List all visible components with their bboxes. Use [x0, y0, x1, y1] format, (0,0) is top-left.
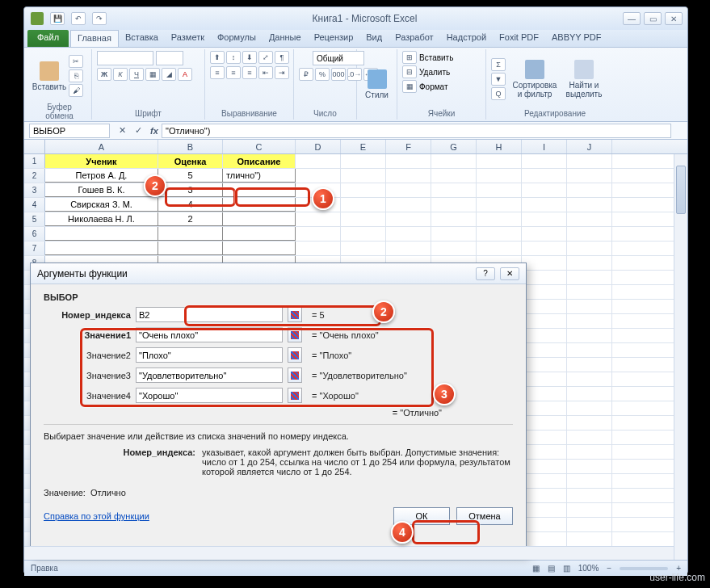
cell[interactable]: [567, 430, 612, 444]
cell[interactable]: [386, 242, 431, 255]
cell[interactable]: [522, 489, 567, 502]
autosum-icon[interactable]: Σ: [491, 58, 506, 71]
cell[interactable]: [522, 372, 567, 386]
indent-inc-icon[interactable]: ⇥: [275, 66, 289, 79]
tab-addins[interactable]: Надстрой: [440, 30, 493, 47]
orientation-icon[interactable]: ⤢: [258, 51, 273, 64]
cell[interactable]: [522, 154, 567, 168]
cell[interactable]: [296, 227, 341, 241]
cell[interactable]: [522, 198, 567, 212]
font-combo[interactable]: [97, 51, 153, 65]
zoom-slider[interactable]: [620, 567, 668, 570]
tab-formulas[interactable]: Формулы: [211, 30, 263, 47]
cell[interactable]: [522, 532, 567, 546]
cell[interactable]: [386, 183, 431, 197]
view-layout-icon[interactable]: ▤: [548, 564, 555, 573]
name-box[interactable]: ВЫБОР: [29, 124, 110, 138]
align-right-icon[interactable]: ≡: [242, 66, 257, 79]
cell[interactable]: [522, 314, 567, 328]
col-header-E[interactable]: E: [341, 140, 386, 153]
col-header-D[interactable]: D: [296, 140, 341, 153]
cell[interactable]: [567, 300, 612, 313]
qat-undo-icon[interactable]: ↶: [71, 12, 86, 25]
cell[interactable]: [567, 212, 612, 226]
cell[interactable]: [296, 212, 341, 226]
align-center-icon[interactable]: ≡: [226, 66, 241, 79]
cell[interactable]: [223, 227, 296, 241]
formula-cancel-icon[interactable]: ✕: [115, 124, 129, 138]
row-header[interactable]: 4: [24, 198, 45, 212]
tab-data[interactable]: Данные: [263, 30, 308, 47]
select-all[interactable]: [24, 140, 45, 153]
cell[interactable]: [431, 212, 477, 226]
cell[interactable]: [567, 329, 612, 342]
currency-icon[interactable]: ₽: [299, 68, 313, 81]
cell[interactable]: [567, 387, 612, 401]
cell[interactable]: [567, 460, 612, 473]
qat-redo-icon[interactable]: ↷: [92, 12, 107, 25]
styles-button[interactable]: Стили: [362, 60, 392, 110]
cell[interactable]: [386, 212, 431, 226]
cell[interactable]: [522, 401, 567, 415]
cell[interactable]: [341, 154, 386, 168]
size-combo[interactable]: [156, 51, 183, 65]
delete-cells-icon[interactable]: ⊟: [402, 65, 417, 78]
cell[interactable]: [45, 227, 158, 241]
cell[interactable]: [522, 387, 567, 401]
cell[interactable]: [296, 169, 341, 183]
cell[interactable]: [522, 358, 567, 372]
cell[interactable]: [567, 343, 612, 357]
cell[interactable]: [477, 242, 522, 255]
formula-input[interactable]: "Отлично"): [162, 124, 671, 138]
tab-home[interactable]: Главная: [70, 30, 119, 47]
row-header[interactable]: 5: [24, 212, 45, 226]
cell[interactable]: [522, 300, 567, 313]
bold-icon[interactable]: Ж: [97, 68, 111, 81]
cell[interactable]: [522, 285, 567, 299]
cell[interactable]: [522, 242, 567, 255]
cell[interactable]: 5: [158, 169, 223, 183]
format-cells-icon[interactable]: ▦: [402, 80, 417, 93]
font-color-icon[interactable]: A: [178, 68, 192, 81]
cell[interactable]: Оценка: [158, 154, 223, 168]
indent-dec-icon[interactable]: ⇤: [258, 66, 273, 79]
vertical-scrollbar[interactable]: [674, 154, 687, 560]
cell[interactable]: [567, 518, 612, 531]
row-header[interactable]: 2: [24, 169, 45, 183]
close-button[interactable]: ✕: [665, 12, 683, 25]
cell[interactable]: [45, 242, 158, 255]
cell[interactable]: [567, 256, 612, 270]
cell[interactable]: [522, 227, 567, 241]
cell[interactable]: [567, 445, 612, 459]
help-link[interactable]: Справка по этой функции: [44, 511, 149, 521]
cell[interactable]: [431, 154, 477, 168]
cell[interactable]: Гошев В. К.: [45, 183, 158, 197]
cell[interactable]: [386, 169, 431, 183]
cell[interactable]: [477, 169, 522, 183]
cell[interactable]: [341, 198, 386, 212]
cut-icon[interactable]: ✂: [69, 55, 83, 68]
cell[interactable]: [567, 416, 612, 430]
row-header[interactable]: 1: [24, 154, 45, 168]
col-header-J[interactable]: J: [567, 140, 612, 153]
cell[interactable]: [567, 271, 612, 284]
dialog-close-button[interactable]: ✕: [500, 267, 519, 280]
align-mid-icon[interactable]: ↕: [226, 51, 241, 64]
fx-icon[interactable]: fx: [147, 124, 162, 138]
cell[interactable]: [567, 198, 612, 212]
cell[interactable]: [522, 460, 567, 473]
cell[interactable]: [522, 183, 567, 197]
underline-icon[interactable]: Ч: [129, 68, 144, 81]
dialog-help-button[interactable]: ?: [476, 267, 495, 280]
cell[interactable]: [522, 445, 567, 459]
tab-insert[interactable]: Вставка: [119, 30, 165, 47]
cell[interactable]: [567, 314, 612, 328]
cell[interactable]: [296, 154, 341, 168]
align-top-icon[interactable]: ⬆: [210, 51, 225, 64]
cell[interactable]: [567, 285, 612, 299]
cell[interactable]: Описание: [223, 154, 296, 168]
view-break-icon[interactable]: ▥: [563, 564, 570, 573]
cell[interactable]: [431, 198, 477, 212]
cell[interactable]: [567, 242, 612, 255]
border-icon[interactable]: ▦: [145, 68, 160, 81]
